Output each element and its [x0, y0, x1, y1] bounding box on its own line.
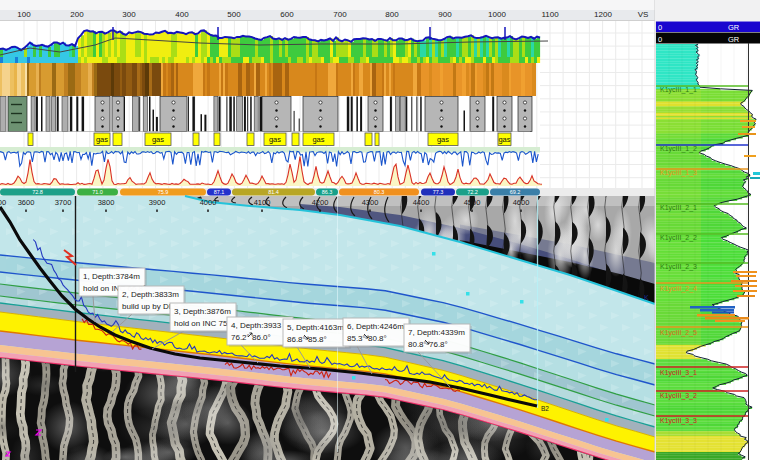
svg-text:4, Depth:3933: 4, Depth:3933	[231, 321, 282, 330]
svg-text:gas: gas	[312, 135, 324, 144]
svg-text:200: 200	[70, 10, 84, 19]
svg-text:700: 700	[333, 10, 347, 19]
svg-text:100: 100	[17, 10, 31, 19]
svg-text:VS: VS	[638, 10, 649, 19]
svg-text:80.3: 80.3	[374, 189, 385, 195]
svg-text:1100: 1100	[541, 10, 559, 19]
svg-text:800: 800	[385, 10, 399, 19]
svg-text:72.2: 72.2	[467, 189, 478, 195]
svg-text:K1ycIII_2_5: K1ycIII_2_5	[660, 329, 697, 337]
svg-text:B2: B2	[541, 405, 549, 412]
svg-text:81.4: 81.4	[268, 189, 279, 195]
svg-text:4400: 4400	[413, 198, 430, 207]
svg-text:GR: GR	[728, 23, 740, 32]
svg-text:gas: gas	[437, 135, 449, 144]
svg-text:4500: 4500	[464, 198, 481, 207]
svg-text:gas: gas	[498, 135, 510, 144]
svg-text:2, Depth:3833m: 2, Depth:3833m	[122, 290, 179, 299]
svg-text:69.2: 69.2	[510, 189, 521, 195]
svg-text:1000: 1000	[488, 10, 506, 19]
svg-text:4100: 4100	[254, 198, 271, 207]
svg-text:80.8° 76.8°: 80.8° 76.8°	[408, 340, 448, 349]
svg-text:4000: 4000	[200, 198, 217, 207]
svg-text:7, Depth:4339m: 7, Depth:4339m	[408, 328, 465, 337]
svg-text:gas: gas	[96, 135, 108, 144]
svg-text:K1ycIII_2_1: K1ycIII_2_1	[660, 204, 697, 212]
svg-text:1, Depth:3784m: 1, Depth:3784m	[83, 272, 140, 281]
svg-text:4600: 4600	[513, 198, 530, 207]
svg-text:72.8: 72.8	[32, 189, 43, 195]
svg-text:400: 400	[175, 10, 189, 19]
svg-text:500: 500	[227, 10, 241, 19]
svg-text:K1ycIII_2_2: K1ycIII_2_2	[660, 234, 697, 242]
svg-text:K1ycIII_1_2: K1ycIII_1_2	[660, 145, 697, 153]
svg-text:600: 600	[280, 10, 294, 19]
svg-text:71.0: 71.0	[92, 189, 103, 195]
svg-text:K1ycIII_3_2: K1ycIII_3_2	[660, 392, 697, 400]
svg-text:3, Depth:3876m: 3, Depth:3876m	[174, 307, 231, 316]
svg-text:K1ycIII_1_1: K1ycIII_1_1	[660, 86, 697, 94]
svg-text:K1ycIII_2_3: K1ycIII_2_3	[660, 263, 697, 271]
svg-text:K1ycIII_3_3: K1ycIII_3_3	[660, 417, 697, 425]
svg-text:6, Depth:4246m: 6, Depth:4246m	[347, 322, 404, 331]
svg-text:K1ycIII_3_1: K1ycIII_3_1	[660, 369, 697, 377]
svg-text:K1ycIII_2_4: K1ycIII_2_4	[660, 285, 697, 293]
svg-text:86.8° 85.8°: 86.8° 85.8°	[287, 335, 327, 344]
svg-text:3600: 3600	[18, 198, 35, 207]
svg-text:GR: GR	[728, 35, 740, 44]
svg-text:900: 900	[438, 10, 452, 19]
svg-text:87.1: 87.1	[214, 189, 225, 195]
svg-text:3700: 3700	[55, 198, 72, 207]
svg-text:86.3: 86.3	[322, 189, 333, 195]
svg-text:gas: gas	[269, 135, 281, 144]
svg-text:K1ycIII_1_3: K1ycIII_1_3	[660, 169, 697, 177]
svg-text:gas: gas	[152, 135, 164, 144]
svg-text:hold on INC 75°: hold on INC 75°	[174, 319, 231, 328]
svg-text:3800: 3800	[98, 198, 115, 207]
svg-text:4300: 4300	[362, 198, 379, 207]
svg-text:1200: 1200	[594, 10, 612, 19]
svg-text:00: 00	[0, 198, 6, 207]
svg-text:75.9: 75.9	[158, 189, 169, 195]
svg-text:K: K	[644, 294, 649, 301]
svg-text:300: 300	[122, 10, 136, 19]
svg-text:5, Depth:4163m: 5, Depth:4163m	[287, 323, 344, 332]
svg-text:85.3° 80.8°: 85.3° 80.8°	[347, 334, 387, 343]
svg-text:4200: 4200	[312, 198, 329, 207]
svg-text:77.3: 77.3	[433, 189, 444, 195]
svg-text:3900: 3900	[149, 198, 166, 207]
svg-text:0: 0	[658, 23, 662, 32]
svg-text:0: 0	[658, 35, 662, 44]
